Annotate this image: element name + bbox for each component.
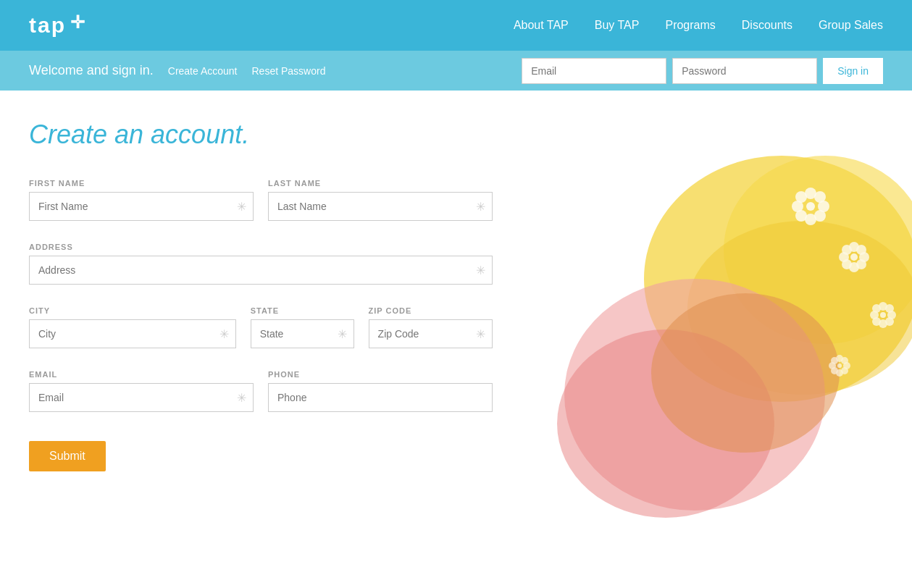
logo-text: tap [29, 13, 66, 38]
svg-point-7 [814, 191, 826, 203]
svg-point-12 [792, 201, 803, 212]
address-required-icon: ✳ [476, 264, 485, 277]
welcome-text: Welcome and sign in. [29, 63, 154, 78]
phone-input[interactable] [268, 383, 493, 412]
logo[interactable]: tap ✛ [29, 13, 85, 38]
nav-item-buy[interactable]: Buy TAP [595, 19, 640, 32]
address-row: ADDRESS ✳ [29, 243, 493, 285]
svg-point-16 [856, 245, 866, 255]
create-account-form: FIRST NAME ✳ LAST NAME ✳ ADDRESS [29, 179, 493, 471]
email-input[interactable] [29, 383, 254, 412]
nav-link-about[interactable]: About TAP [514, 19, 569, 31]
submit-button[interactable]: Submit [29, 441, 106, 471]
email-phone-row: EMAIL ✳ PHONE [29, 370, 493, 412]
svg-point-41 [837, 364, 842, 368]
svg-point-8 [818, 201, 829, 212]
svg-point-4 [557, 329, 774, 518]
create-account-link[interactable]: Create Account [168, 65, 238, 77]
zip-input-wrap: ✳ [369, 319, 493, 348]
sub-header-left: Welcome and sign in. Create Account Rese… [29, 63, 325, 78]
address-label: ADDRESS [29, 243, 493, 251]
svg-point-14 [806, 202, 815, 211]
svg-point-15 [849, 242, 859, 252]
state-group: STATE ✳ [251, 306, 354, 348]
phone-label: PHONE [268, 370, 493, 379]
svg-point-2 [687, 221, 912, 395]
nav-link-programs[interactable]: Programs [665, 19, 715, 31]
svg-point-37 [836, 369, 843, 377]
city-label: CITY [29, 306, 236, 315]
last-name-group: LAST NAME ✳ [268, 179, 493, 221]
svg-point-20 [842, 259, 852, 269]
zip-required-icon: ✳ [476, 327, 485, 341]
first-name-group: FIRST NAME ✳ [29, 179, 254, 221]
last-name-required-icon: ✳ [476, 200, 485, 214]
svg-point-19 [849, 262, 859, 272]
state-input-wrap: ✳ [251, 319, 354, 348]
nav-item-group-sales[interactable]: Group Sales [819, 19, 883, 32]
first-name-required-icon: ✳ [237, 200, 246, 214]
address-input-wrap: ✳ [29, 256, 493, 285]
nav-link-discounts[interactable]: Discounts [742, 19, 792, 31]
zip-label: ZIP CODE [369, 306, 493, 315]
svg-point-24 [879, 302, 887, 311]
svg-point-11 [795, 210, 807, 222]
svg-point-31 [872, 304, 881, 313]
nav-link-group-sales[interactable]: Group Sales [819, 19, 883, 31]
nav-links: About TAP Buy TAP Programs Discounts Gro… [514, 19, 883, 32]
city-input[interactable] [29, 319, 236, 348]
svg-point-22 [842, 245, 852, 255]
svg-point-36 [841, 367, 848, 374]
svg-point-29 [872, 317, 881, 326]
last-name-input[interactable] [268, 192, 493, 221]
svg-point-28 [879, 319, 887, 328]
svg-point-9 [814, 210, 826, 222]
svg-point-30 [870, 311, 879, 319]
svg-point-10 [805, 214, 816, 225]
first-name-input[interactable] [29, 192, 254, 221]
sub-header-right: Sign in [522, 58, 883, 84]
nav-item-programs[interactable]: Programs [665, 19, 715, 32]
svg-point-34 [841, 357, 848, 364]
last-name-label: LAST NAME [268, 179, 493, 188]
zip-input[interactable] [369, 319, 493, 348]
svg-point-23 [850, 253, 858, 261]
city-input-wrap: ✳ [29, 319, 236, 348]
header-email-input[interactable] [522, 58, 666, 84]
email-required-icon: ✳ [237, 391, 246, 405]
header-password-input[interactable] [672, 58, 817, 84]
svg-point-6 [805, 188, 816, 199]
svg-point-17 [859, 252, 869, 262]
svg-point-25 [885, 304, 894, 313]
svg-point-21 [839, 252, 849, 262]
address-input[interactable] [29, 256, 493, 285]
nav-item-discounts[interactable]: Discounts [742, 19, 792, 32]
sign-in-button[interactable]: Sign in [823, 58, 883, 84]
main-content: Create an account. FIRST NAME ✳ LAST NAM… [0, 91, 912, 554]
svg-point-39 [829, 362, 836, 369]
svg-point-35 [843, 362, 850, 369]
svg-point-13 [795, 191, 807, 203]
nav-item-about[interactable]: About TAP [514, 19, 569, 32]
city-state-zip-row: CITY ✳ STATE ✳ ZIP CODE ✳ [29, 306, 493, 348]
svg-point-26 [887, 311, 896, 319]
city-group: CITY ✳ [29, 306, 236, 348]
first-name-input-wrap: ✳ [29, 192, 254, 221]
state-label: STATE [251, 306, 354, 315]
sub-header: Welcome and sign in. Create Account Rese… [0, 51, 912, 91]
svg-point-3 [564, 279, 825, 511]
email-group: EMAIL ✳ [29, 370, 254, 412]
reset-password-link[interactable]: Reset Password [252, 65, 326, 77]
svg-point-1 [724, 156, 912, 344]
nav-link-buy[interactable]: Buy TAP [595, 19, 640, 31]
zip-group: ZIP CODE ✳ [369, 306, 493, 348]
logo-cross-icon: ✛ [70, 12, 85, 33]
state-required-icon: ✳ [338, 327, 347, 341]
svg-point-18 [856, 259, 866, 269]
email-input-wrap: ✳ [29, 383, 254, 412]
page-title: Create an account. [29, 119, 883, 150]
svg-point-32 [880, 312, 886, 318]
city-required-icon: ✳ [219, 327, 229, 341]
svg-point-40 [831, 357, 838, 364]
phone-group: PHONE [268, 370, 493, 412]
